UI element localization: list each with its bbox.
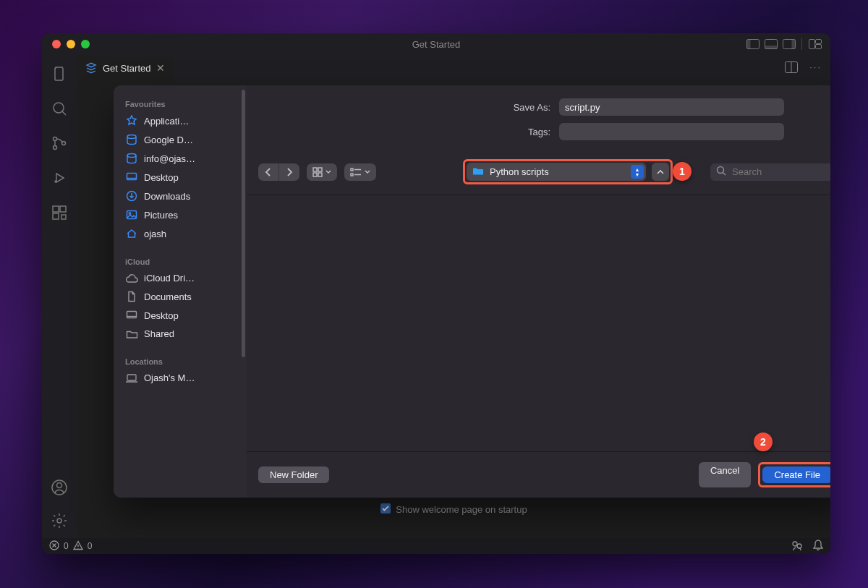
laptop-icon [125, 374, 138, 383]
desktop-icon [125, 171, 138, 183]
locations-header: Locations [125, 357, 247, 366]
sidebar-item-shared[interactable]: Shared [124, 325, 228, 343]
svg-point-25 [793, 542, 797, 546]
sidebar-item-mail[interactable]: info@ojas… [124, 149, 228, 168]
tab-close-icon[interactable]: ✕ [156, 62, 165, 74]
accounts-icon[interactable] [49, 477, 69, 498]
sidebar-scrollbar[interactable] [242, 90, 245, 357]
group-mode-button[interactable] [344, 163, 376, 181]
status-errors: 0 [64, 541, 69, 551]
pictures-icon [125, 209, 138, 221]
manage-settings-icon[interactable] [49, 511, 69, 531]
collapse-dialog-button[interactable] [652, 163, 669, 181]
status-warnings-icon[interactable] [73, 540, 83, 553]
sidebar-item-desktop[interactable]: Desktop [124, 168, 228, 187]
search-field[interactable] [710, 163, 830, 181]
download-icon [125, 190, 138, 202]
sidebar-item-pictures[interactable]: Pictures [124, 205, 228, 224]
tags-label: Tags: [247, 127, 550, 137]
checkbox-icon[interactable] [380, 503, 391, 516]
svg-point-27 [127, 135, 136, 139]
save-as-label: Save As: [247, 102, 550, 113]
back-button[interactable] [258, 163, 278, 181]
svg-rect-15 [60, 206, 66, 212]
file-browser-area[interactable] [247, 195, 830, 451]
status-warnings: 0 [88, 541, 93, 551]
cancel-button[interactable]: Cancel [699, 462, 751, 487]
search-icon [716, 166, 726, 178]
finder-toolbar: Python scripts ▲▼ [247, 156, 830, 195]
sidebar-item-mac[interactable]: Ojash's M… [124, 369, 228, 387]
location-name: Python scripts [490, 166, 549, 177]
svg-point-32 [129, 213, 131, 215]
drive-icon [125, 134, 138, 145]
document-icon [125, 291, 138, 302]
welcome-checkbox-label: Show welcome page on startup [396, 504, 527, 515]
source-control-icon[interactable] [49, 133, 69, 153]
run-debug-icon[interactable] [49, 168, 69, 188]
favourites-header: Favourites [125, 100, 247, 108]
search-icon[interactable] [49, 98, 69, 119]
svg-point-19 [57, 483, 62, 488]
annotation-badge-2: 2 [754, 433, 773, 451]
save-dialog: Favourites Applicati… Google D… info@oja… [114, 85, 830, 498]
sidebar-item-home[interactable]: ojash [124, 224, 228, 243]
sidebar-item-applications[interactable]: Applicati… [124, 111, 228, 130]
view-mode-button[interactable] [307, 163, 337, 181]
svg-rect-14 [53, 206, 59, 212]
notifications-icon[interactable] [813, 540, 823, 553]
svg-rect-36 [318, 168, 322, 171]
folder-icon [472, 166, 484, 178]
forward-button[interactable] [278, 163, 299, 181]
svg-point-9 [54, 103, 64, 113]
sidebar-item-iclouddrive[interactable]: iCloud Dri… [124, 269, 228, 287]
search-input[interactable] [731, 166, 830, 178]
window-title: Get Started [42, 39, 830, 50]
svg-rect-38 [318, 173, 322, 176]
vscode-window: Get Started [42, 33, 830, 554]
svg-rect-31 [127, 211, 137, 219]
filename-input[interactable] [559, 98, 784, 116]
location-dropdown[interactable]: Python scripts ▲▼ [467, 163, 646, 181]
svg-rect-34 [127, 375, 136, 380]
svg-rect-40 [351, 174, 353, 176]
welcome-checkbox-row: Show welcome page on startup [77, 503, 830, 516]
feedback-icon[interactable] [791, 540, 803, 553]
sidebar-item-desktop-cloud[interactable]: Desktop [124, 306, 228, 325]
more-actions-icon[interactable]: ··· [809, 61, 822, 75]
dialog-main: Save As: Tags: [247, 85, 830, 498]
svg-point-13 [55, 181, 56, 182]
tags-input[interactable] [559, 123, 784, 140]
svg-point-41 [718, 167, 724, 174]
cloud-icon [125, 273, 138, 284]
sidebar-item-documents[interactable]: Documents [124, 287, 228, 306]
tab-bar: Get Started ✕ ··· [77, 55, 830, 81]
create-file-highlight: Create File [758, 462, 830, 487]
icloud-header: iCloud [125, 257, 247, 266]
annotation-badge-1: 1 [673, 162, 692, 181]
tab-get-started[interactable]: Get Started ✕ [77, 55, 174, 81]
desktop-icon [125, 310, 138, 321]
dialog-button-row: New Folder Cancel Create File [247, 451, 830, 498]
svg-point-11 [54, 146, 57, 150]
new-folder-button[interactable]: New Folder [258, 466, 329, 483]
sidebar-item-downloads[interactable]: Downloads [124, 187, 228, 205]
svg-rect-17 [61, 215, 66, 219]
shared-folder-icon [125, 329, 138, 339]
dropdown-arrows-icon: ▲▼ [631, 165, 644, 179]
status-errors-icon[interactable] [49, 540, 59, 553]
location-highlight: Python scripts ▲▼ [463, 159, 673, 184]
home-icon [125, 228, 138, 239]
split-editor-icon[interactable] [785, 61, 798, 75]
finder-sidebar: Favourites Applicati… Google D… info@oja… [114, 85, 247, 498]
svg-rect-35 [313, 168, 317, 171]
status-bar: 0 0 [42, 538, 830, 554]
create-file-button[interactable]: Create File [762, 466, 830, 483]
app-icon [125, 115, 138, 127]
titlebar: Get Started [42, 33, 830, 55]
svg-point-28 [127, 154, 136, 158]
extensions-icon[interactable] [49, 203, 69, 223]
svg-rect-39 [351, 169, 353, 171]
explorer-icon[interactable] [49, 64, 69, 84]
sidebar-item-googledrive[interactable]: Google D… [124, 130, 228, 149]
